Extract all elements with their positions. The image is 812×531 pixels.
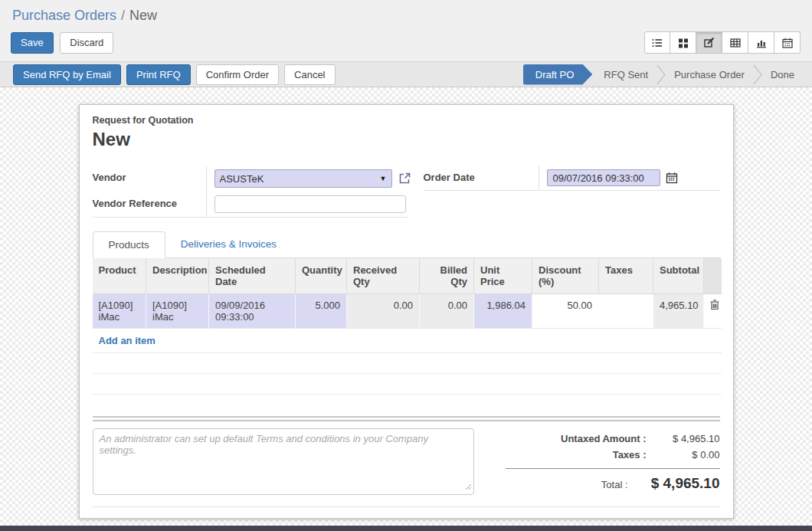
cancel-button[interactable]: Cancel	[284, 64, 335, 85]
calendar-view-button[interactable]	[774, 31, 801, 54]
control-panel: Purchase Orders/New Save Discard	[0, 0, 812, 61]
taxes-value: $ 0.00	[647, 449, 720, 461]
col-description: Description	[146, 258, 209, 294]
kanban-view-button[interactable]	[670, 31, 696, 54]
cell-subtotal: 4,965.10	[653, 294, 704, 329]
untaxed-amount-label: Untaxed Amount :	[561, 433, 646, 444]
vendor-label: Vendor	[93, 166, 206, 192]
save-button[interactable]: Save	[11, 32, 54, 54]
form-view-background: Request for Quotation New Vendor ASUSTeK…	[0, 87, 812, 526]
section-separator	[93, 416, 720, 421]
chevron-down-icon: ▼	[380, 175, 387, 182]
trash-icon	[710, 301, 719, 313]
order-lines-table: Product Description Scheduled Date Quant…	[93, 258, 722, 415]
col-actions	[704, 258, 722, 294]
cell-product[interactable]: [A1090] iMac	[93, 294, 146, 329]
statusbar-steps: Draft PO RFQ Sent Purchase Order Done	[523, 64, 812, 85]
col-billed-qty: Billed Qty	[420, 258, 474, 294]
add-an-item-link[interactable]: Add an item	[99, 335, 156, 346]
vendor-select[interactable]: ASUSTeK ▼	[214, 169, 392, 188]
col-product: Product	[93, 258, 146, 294]
col-quantity: Quantity	[296, 258, 347, 294]
calendar-picker-icon[interactable]	[666, 172, 678, 184]
statusbar: Send RFQ by Email Print RFQ Confirm Orde…	[0, 61, 812, 87]
col-discount: Discount (%)	[532, 258, 599, 294]
col-received-qty: Received Qty	[347, 258, 420, 294]
terms-and-conditions-textarea[interactable]	[93, 428, 474, 495]
total-divider	[506, 468, 720, 469]
breadcrumb: Purchase Orders/New	[0, 0, 812, 28]
form-view-button[interactable]	[696, 31, 722, 54]
order-line-row: [A1090] iMac [A1090] iMac 09/09/2016 09:…	[93, 294, 722, 329]
page-title: New	[93, 129, 720, 150]
graph-icon	[755, 37, 768, 49]
cell-discount[interactable]: 50.00	[532, 294, 599, 329]
step-done[interactable]: Done	[762, 64, 803, 85]
cell-actions	[704, 294, 722, 329]
step-draft-po[interactable]: Draft PO	[523, 64, 593, 85]
sheet-subtitle: Request for Quotation	[93, 115, 720, 126]
cell-received-qty: 0.00	[347, 294, 420, 329]
graph-view-button[interactable]	[748, 31, 774, 54]
send-rfq-by-email-button[interactable]: Send RFQ by Email	[13, 64, 121, 85]
external-link-button[interactable]	[398, 172, 411, 185]
print-rfq-button[interactable]: Print RFQ	[126, 64, 191, 85]
step-purchase-order[interactable]: Purchase Order	[666, 64, 753, 85]
discard-button[interactable]: Discard	[60, 32, 113, 54]
chevron-separator-icon	[656, 64, 666, 85]
empty-row	[93, 353, 722, 374]
cell-unit-price[interactable]: 1,986.04	[474, 294, 532, 329]
pivot-icon	[729, 37, 742, 49]
total-label: Total :	[601, 479, 628, 490]
cell-scheduled-date[interactable]: 09/09/2016 09:33:00	[209, 294, 296, 329]
bottom-bar	[0, 526, 812, 531]
form-edit-icon	[703, 37, 715, 49]
field-group-right: Order Date 09/07/2016 09:33:00	[424, 166, 720, 191]
add-item-row: Add an item	[93, 329, 722, 353]
delete-row-button[interactable]	[710, 300, 719, 313]
totals-block: Untaxed Amount : $ 4,965.10 Taxes : $ 0.…	[506, 428, 720, 497]
order-date-input[interactable]: 09/07/2016 09:33:00	[547, 169, 660, 186]
confirm-order-button[interactable]: Confirm Order	[196, 64, 279, 85]
calendar-icon	[781, 37, 794, 49]
table-header-row: Product Description Scheduled Date Quant…	[93, 258, 722, 294]
breadcrumb-separator: /	[121, 8, 125, 23]
view-switcher	[644, 31, 801, 54]
untaxed-amount-value: $ 4,965.10	[647, 433, 720, 444]
cell-billed-qty: 0.00	[420, 294, 474, 329]
kanban-icon	[677, 37, 689, 49]
list-view-button[interactable]	[644, 31, 670, 54]
chevron-separator-icon	[753, 64, 762, 85]
order-date-label: Order Date	[424, 166, 539, 190]
col-subtotal: Subtotal	[653, 258, 704, 294]
pivot-view-button[interactable]	[722, 31, 748, 54]
cell-quantity[interactable]: 5.000	[296, 294, 347, 329]
col-scheduled-date: Scheduled Date	[209, 258, 296, 294]
notebook-tabs: Products Deliveries & Invoices	[93, 231, 720, 258]
cell-description[interactable]: [A1090] iMac	[146, 294, 209, 329]
tab-deliveries-invoices[interactable]: Deliveries & Invoices	[165, 231, 292, 257]
taxes-label: Taxes :	[613, 449, 647, 461]
list-icon	[651, 37, 663, 49]
vendor-reference-input[interactable]	[214, 195, 406, 213]
col-unit-price: Unit Price	[474, 258, 532, 294]
empty-row	[93, 395, 722, 415]
cell-taxes[interactable]	[599, 294, 653, 329]
col-taxes: Taxes	[599, 258, 653, 294]
step-rfq-sent[interactable]: RFQ Sent	[595, 64, 656, 85]
total-value: $ 4,965.10	[628, 475, 720, 492]
breadcrumb-link-purchase-orders[interactable]: Purchase Orders	[12, 8, 116, 23]
empty-row	[93, 374, 722, 395]
vendor-value: ASUSTeK	[220, 173, 264, 185]
field-group-left: Vendor ASUSTeK ▼ Vendor Reference	[93, 166, 408, 218]
tab-products[interactable]: Products	[93, 231, 165, 258]
breadcrumb-current: New	[129, 8, 157, 23]
form-sheet: Request for Quotation New Vendor ASUSTeK…	[79, 104, 734, 519]
vendor-reference-label: Vendor Reference	[93, 192, 206, 217]
